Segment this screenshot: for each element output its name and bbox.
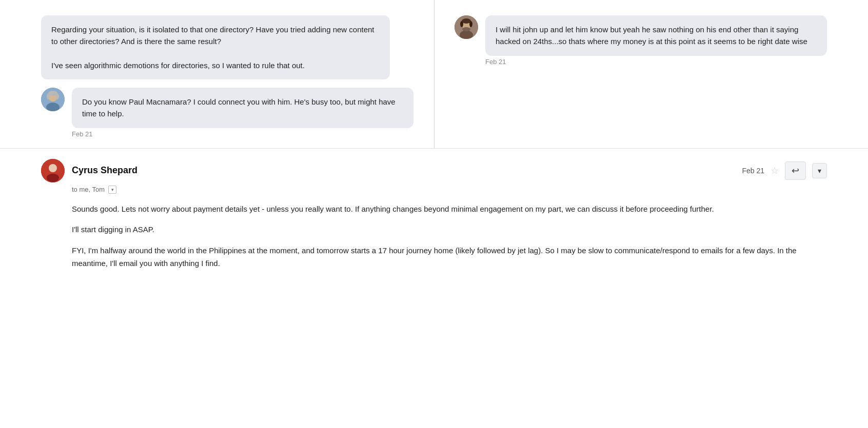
svg-point-11 <box>460 21 463 27</box>
to-label: to me, Tom <box>72 186 105 193</box>
email-meta-right: Feb 21 ☆ ↩ ▾ <box>742 161 827 180</box>
message-group-2: Do you know Paul Macnamara? I could conn… <box>41 88 413 138</box>
message-bubble-3: I will hit john up and let him know but … <box>485 15 827 56</box>
message-with-avatar-2: Do you know Paul Macnamara? I could conn… <box>41 88 413 128</box>
conversation-area: Regarding your situation, is it isolated… <box>0 0 868 148</box>
timestamp-msg3: Feb 21 <box>485 58 827 66</box>
message-bubble-2: Do you know Paul Macnamara? I could conn… <box>72 88 413 128</box>
email-header: Cyrus Shepard Feb 21 ☆ ↩ ▾ <box>41 159 827 182</box>
vertical-divider <box>434 0 435 148</box>
svg-point-13 <box>462 27 470 31</box>
reply-button[interactable]: ↩ <box>785 161 806 180</box>
email-paragraph-2: I'll start digging in ASAP. <box>72 223 827 236</box>
email-sender-block: Cyrus Shepard <box>41 159 137 182</box>
svg-point-16 <box>47 174 59 182</box>
sender-name: Cyrus Shepard <box>72 165 137 176</box>
email-date: Feb 21 <box>742 167 764 175</box>
to-dropdown[interactable]: ▾ <box>107 186 116 194</box>
email-paragraph-3: FYI, I'm halfway around the world in the… <box>72 244 827 270</box>
email-to: to me, Tom ▾ <box>72 186 827 194</box>
right-column: I will hit john up and let him know but … <box>434 15 868 138</box>
email-section: Cyrus Shepard Feb 21 ☆ ↩ ▾ to me, Tom ▾ … <box>0 148 868 286</box>
left-column: Regarding your situation, is it isolated… <box>0 15 434 138</box>
avatar-left <box>41 88 65 111</box>
right-msg-row: I will hit john up and let him know but … <box>455 15 827 56</box>
more-options-button[interactable]: ▾ <box>812 163 827 178</box>
avatar-right <box>455 15 478 39</box>
svg-point-5 <box>47 93 50 99</box>
message-bubble-1: Regarding your situation, is it isolated… <box>41 15 390 79</box>
svg-point-15 <box>49 164 57 172</box>
star-icon[interactable]: ☆ <box>771 165 779 176</box>
svg-point-6 <box>56 93 59 99</box>
svg-point-12 <box>469 21 472 27</box>
timestamp-msg2: Feb 21 <box>72 130 413 138</box>
sender-avatar <box>41 159 65 182</box>
message-group-3: I will hit john up and let him know but … <box>455 15 827 66</box>
email-body: Sounds good. Lets not worry about paymen… <box>72 203 827 270</box>
dropdown-arrow-icon[interactable]: ▾ <box>108 186 116 194</box>
email-paragraph-1: Sounds good. Lets not worry about paymen… <box>72 203 827 216</box>
